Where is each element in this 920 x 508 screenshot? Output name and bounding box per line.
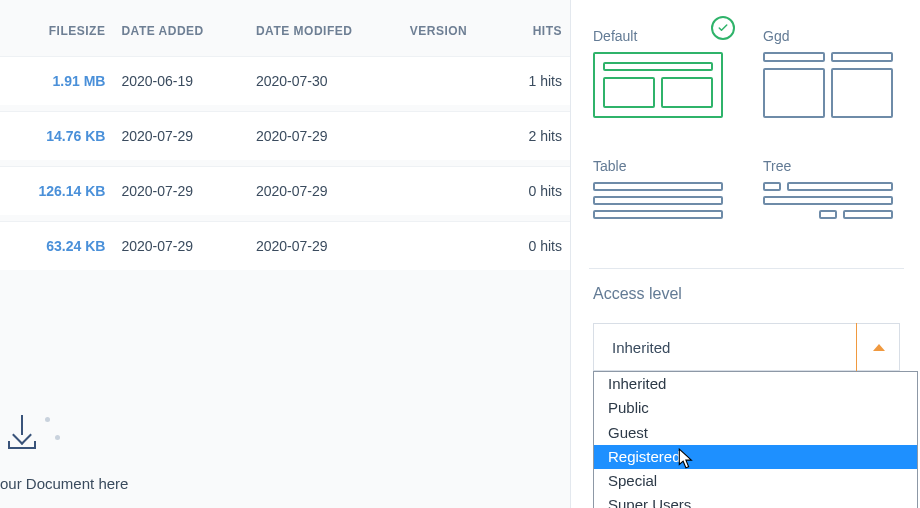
- access-level-label: Access level: [593, 285, 900, 303]
- cell-version: [402, 166, 503, 215]
- documents-table: FILESIZE DATE ADDED DATE MODIFED VERSION…: [0, 14, 570, 270]
- cell-date-modified: 2020-07-29: [248, 221, 402, 270]
- theme-option-tree[interactable]: [763, 182, 893, 238]
- access-option-registered[interactable]: Registered: [594, 445, 917, 469]
- theme-option-table[interactable]: [593, 182, 723, 238]
- col-date-added[interactable]: DATE ADDED: [113, 14, 248, 56]
- cell-version: [402, 111, 503, 160]
- cell-date-added: 2020-07-29: [113, 111, 248, 160]
- cell-filesize: 14.76 KB: [0, 111, 113, 160]
- table-row[interactable]: 1.91 MB 2020-06-19 2020-07-30 1 hits: [0, 56, 570, 105]
- divider: [589, 268, 904, 269]
- cell-filesize: 126.14 KB: [0, 166, 113, 215]
- cell-date-modified: 2020-07-29: [248, 166, 402, 215]
- access-option-guest[interactable]: Guest: [594, 421, 917, 445]
- cell-date-modified: 2020-07-29: [248, 111, 402, 160]
- access-option-inherited[interactable]: Inherited: [594, 372, 917, 396]
- upload-hint: our Document here: [0, 475, 546, 492]
- col-date-modified[interactable]: DATE MODIFED: [248, 14, 402, 56]
- cell-version: [402, 221, 503, 270]
- decorative-dot: [55, 435, 60, 440]
- theme-label-table: Table: [593, 158, 723, 174]
- cell-hits: 1 hits: [502, 56, 570, 105]
- access-option-special[interactable]: Special: [594, 469, 917, 493]
- select-arrow-icon[interactable]: [856, 323, 900, 371]
- table-row[interactable]: 63.24 KB 2020-07-29 2020-07-29 0 hits: [0, 221, 570, 270]
- theme-selector: Default Ggd Table: [593, 0, 900, 238]
- table-row[interactable]: 14.76 KB 2020-07-29 2020-07-29 2 hits: [0, 111, 570, 160]
- cell-hits: 0 hits: [502, 221, 570, 270]
- access-level-select[interactable]: Inherited Inherited Public Guest Registe…: [593, 323, 900, 371]
- col-version[interactable]: VERSION: [402, 14, 503, 56]
- cell-filesize: 63.24 KB: [0, 221, 113, 270]
- theme-label-tree: Tree: [763, 158, 893, 174]
- cell-filesize: 1.91 MB: [0, 56, 113, 105]
- cell-date-added: 2020-07-29: [113, 166, 248, 215]
- cell-version: [402, 56, 503, 105]
- access-level-dropdown: Inherited Public Guest Registered Specia…: [593, 371, 918, 508]
- cell-hits: 2 hits: [502, 111, 570, 160]
- access-option-public[interactable]: Public: [594, 396, 917, 420]
- cell-date-modified: 2020-07-30: [248, 56, 402, 105]
- check-icon: [711, 16, 735, 40]
- upload-dropzone[interactable]: our Document here: [0, 395, 546, 498]
- access-level-value: Inherited: [612, 339, 670, 356]
- download-icon: [8, 415, 36, 449]
- cell-date-added: 2020-07-29: [113, 221, 248, 270]
- cell-hits: 0 hits: [502, 166, 570, 215]
- theme-label-ggd: Ggd: [763, 28, 893, 44]
- theme-option-ggd[interactable]: [763, 52, 893, 118]
- cell-date-added: 2020-06-19: [113, 56, 248, 105]
- theme-label-default: Default: [593, 28, 723, 44]
- access-option-super-users[interactable]: Super Users: [594, 493, 917, 508]
- col-hits[interactable]: HITS: [502, 14, 570, 56]
- decorative-dot: [45, 417, 50, 422]
- table-row[interactable]: 126.14 KB 2020-07-29 2020-07-29 0 hits: [0, 166, 570, 215]
- col-filesize[interactable]: FILESIZE: [0, 14, 113, 56]
- theme-option-default[interactable]: [593, 52, 723, 118]
